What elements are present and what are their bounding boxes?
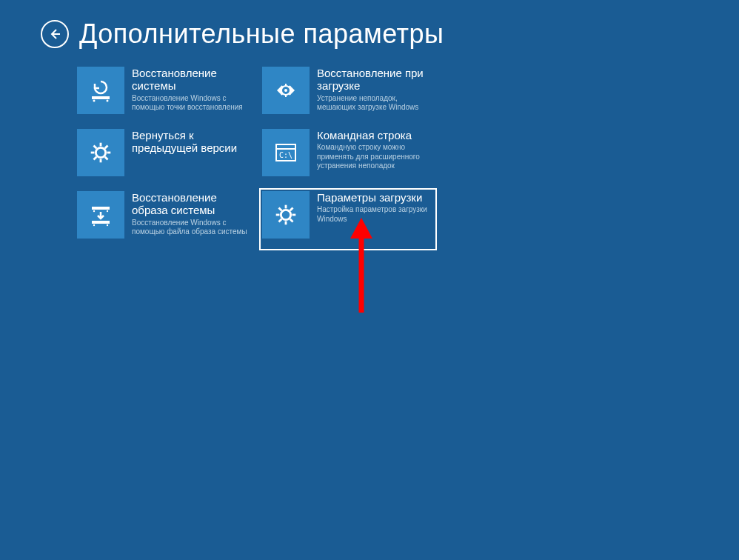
svg-line-10 (281, 93, 283, 95)
tile-title: Восстановление образа системы (132, 191, 249, 217)
startup-repair-icon (262, 67, 310, 114)
tile-title: Восстановление системы (132, 67, 249, 93)
svg-line-18 (105, 146, 108, 149)
tile-desc: Восстановление Windows с помощью точки в… (132, 94, 249, 113)
svg-point-29 (281, 210, 290, 219)
svg-point-4 (284, 89, 287, 92)
tile-system-restore[interactable]: Восстановление системы Восстановление Wi… (74, 64, 252, 126)
svg-line-16 (94, 146, 97, 149)
tile-image-recovery[interactable]: Восстановление образа системы Восстановл… (74, 188, 252, 250)
gear-icon (77, 129, 124, 176)
tile-title: Вернуться к предыдущей версии (132, 129, 249, 155)
tile-go-back[interactable]: Вернуться к предыдущей версии (74, 126, 252, 188)
svg-rect-0 (92, 96, 110, 99)
svg-line-35 (290, 219, 293, 222)
svg-text:C:\: C:\ (279, 151, 292, 159)
tile-title: Восстановление при загрузке (317, 67, 434, 93)
svg-line-36 (290, 208, 293, 211)
tile-startup-settings[interactable]: Параметры загрузки Настройка параметров … (259, 188, 437, 250)
svg-line-17 (105, 157, 108, 160)
tile-desc: Настройка параметров загрузки Windows (317, 205, 434, 224)
svg-line-34 (279, 208, 282, 211)
svg-point-2 (107, 100, 109, 102)
svg-line-37 (279, 219, 282, 222)
tile-title: Параметры загрузки (317, 191, 434, 204)
svg-point-27 (93, 224, 95, 226)
tile-desc: Устранение неполадок, мешающих загрузке … (317, 94, 434, 113)
svg-point-25 (107, 210, 108, 212)
tile-title: Командная строка (317, 129, 434, 141)
tile-desc: Командную строку можно применять для рас… (317, 143, 434, 171)
svg-point-28 (107, 224, 108, 226)
page-title: Дополнительные параметры (79, 19, 444, 50)
svg-point-1 (93, 100, 96, 102)
svg-rect-26 (92, 221, 110, 224)
tile-startup-repair[interactable]: Восстановление при загрузке Устранение н… (259, 64, 437, 126)
back-arrow-icon (48, 27, 61, 41)
svg-line-7 (281, 86, 283, 87)
svg-point-11 (96, 147, 105, 157)
svg-rect-23 (92, 207, 110, 210)
options-grid: Восстановление системы Восстановление Wi… (74, 64, 437, 250)
svg-line-19 (94, 157, 97, 160)
tile-command-prompt[interactable]: C:\ Командная строка Командную строку мо… (259, 126, 437, 188)
gear-icon (262, 191, 310, 239)
image-recovery-icon (77, 191, 124, 239)
tile-desc: Восстановление Windows с помощью файла о… (132, 219, 249, 237)
svg-line-9 (289, 86, 290, 87)
command-prompt-icon: C:\ (262, 129, 310, 176)
svg-line-8 (289, 93, 290, 95)
back-button[interactable] (41, 20, 69, 48)
system-restore-icon (77, 67, 124, 114)
svg-point-24 (93, 210, 95, 212)
